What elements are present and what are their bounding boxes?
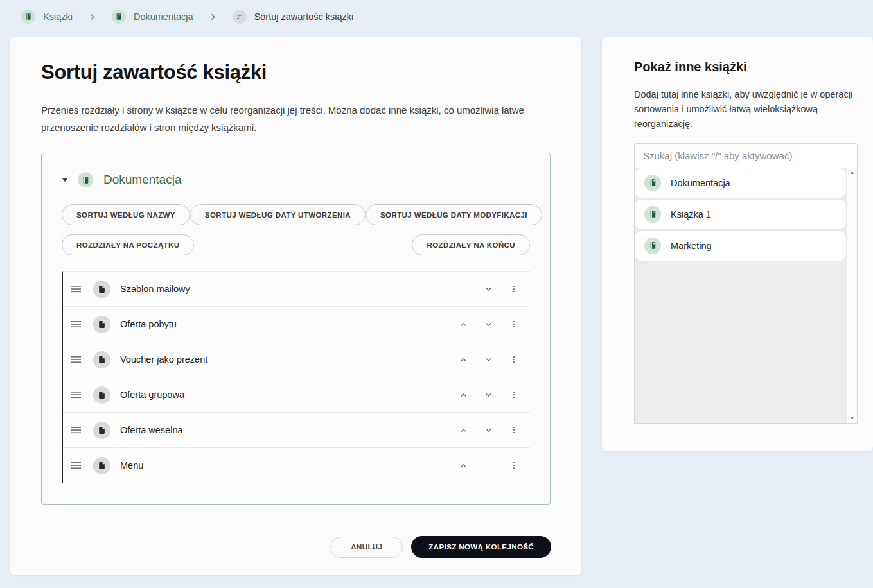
book-list-container: Dokumentacja Książka 1 Marketing ▲ ▼ [634,168,858,424]
drag-handle-icon[interactable] [69,423,82,437]
drag-handle-icon[interactable] [69,458,82,472]
breadcrumb-label: Książki [43,12,73,22]
caret-down-icon [62,177,68,183]
book-icon [78,172,93,187]
side-panel-title: Pokaż inne książki [634,60,858,74]
page-title-label: Oferta weselna [120,425,183,435]
chapters-last-button[interactable]: ROZDZIAŁY NA KOŃCU [412,234,530,255]
move-down-button[interactable] [482,424,495,437]
page-title: Sortuj zawartość książki [41,61,551,84]
sortable-page-row[interactable]: Oferta grupowa [63,377,530,413]
page-title-label: Menu [120,460,143,471]
row-menu-button[interactable] [507,281,521,297]
sort-by-created-button[interactable]: SORTUJ WEDŁUG DATY UTWORZENIA [190,204,366,225]
chapter-actions-row: ROZDZIAŁY NA POCZĄTKU ROZDZIAŁY NA KOŃCU [62,234,530,255]
page-icon [93,422,110,439]
page-title-label: Oferta pobytu [120,319,177,329]
book-list-item[interactable]: Dokumentacja [635,168,846,198]
page-title-label: Oferta grupowa [120,390,184,400]
breadcrumb-item-books[interactable]: Książki [21,10,73,24]
breadcrumb-bar: Książki Dokumentacja Sortuj zawartość ks… [0,0,873,33]
move-down-button[interactable] [482,388,495,402]
sort-by-name-button[interactable]: SORTUJ WEDŁUG NAZWY [62,204,190,225]
form-actions: ANULUJ ZAPISZ NOWĄ KOLEJNOŚĆ [330,536,551,558]
save-order-button[interactable]: ZAPISZ NOWĄ KOLEJNOŚĆ [411,536,551,558]
sort-actions-row: SORTUJ WEDŁUG NAZWY SORTUJ WEDŁUG DATY U… [62,204,530,225]
book-icon [644,206,661,223]
breadcrumb-item-book[interactable]: Dokumentacja [112,10,193,24]
row-menu-button[interactable] [507,352,521,367]
breadcrumb-label: Dokumentacja [134,12,193,22]
book-sort-box: Dokumentacja SORTUJ WEDŁUG NAZWY SORTUJ … [41,153,551,505]
page-sort-list: Szablon mailowy Oferta pobytu [62,271,530,483]
book-name-label: Marketing [671,241,712,251]
cancel-button[interactable]: ANULUJ [330,537,403,558]
move-down-button[interactable] [482,282,495,296]
page-icon [93,281,110,298]
book-list-item[interactable]: Marketing [635,231,846,261]
move-down-button[interactable] [482,353,495,367]
sortable-page-row[interactable]: Oferta pobytu [63,307,530,342]
sort-by-updated-button[interactable]: SORTUJ WEDŁUG DATY MODYFIKACJI [366,204,542,225]
move-up-button[interactable] [457,353,470,367]
book-title: Dokumentacja [103,173,181,187]
chevron-right-icon [88,13,96,21]
drag-handle-icon[interactable] [69,388,82,402]
sort-icon [233,10,247,24]
move-up-button[interactable] [457,459,470,472]
breadcrumb-item-sort[interactable]: Sortuj zawartość książki [233,10,354,24]
book-name-label: Książka 1 [671,209,711,220]
breadcrumb-label: Sortuj zawartość książki [254,12,354,22]
book-search-input[interactable] [634,143,858,168]
scroll-up-icon[interactable]: ▲ [850,170,855,175]
drag-handle-icon[interactable] [69,317,82,331]
side-panel-description: Dodaj tutaj inne książki, aby uwzględnić… [634,87,858,132]
book-expand-header[interactable]: Dokumentacja [62,172,530,187]
sortable-page-row[interactable]: Oferta weselna [63,413,530,448]
book-list-item[interactable]: Książka 1 [635,200,846,229]
book-icon [644,175,661,191]
other-books-panel: Pokaż inne książki Dodaj tutaj inne ksią… [602,37,873,451]
move-down-button[interactable] [482,318,495,331]
book-icon [644,238,661,254]
book-icon [112,10,126,24]
page-description: Przenieś rozdziały i strony w książce w … [41,101,549,136]
scrollbar[interactable]: ▲ ▼ [847,168,857,423]
move-up-button[interactable] [457,388,470,402]
row-menu-button[interactable] [507,316,521,332]
book-icon [21,10,35,24]
page-title-label: Szablon mailowy [120,284,190,294]
chevron-right-icon [209,13,217,21]
page-icon [93,386,110,404]
drag-handle-icon[interactable] [69,282,82,296]
chapters-first-button[interactable]: ROZDZIAŁY NA POCZĄTKU [62,234,194,255]
row-menu-button[interactable] [507,422,521,438]
row-menu-button[interactable] [507,458,521,473]
scroll-down-icon[interactable]: ▼ [850,416,855,421]
sortable-page-row[interactable]: Szablon mailowy [63,272,530,307]
page-icon [93,351,110,368]
sortable-page-row[interactable]: Voucher jako prezent [63,342,530,377]
drag-handle-icon[interactable] [69,352,82,367]
sortable-page-row[interactable]: Menu [63,448,530,483]
page-icon [93,457,110,474]
page-title-label: Voucher jako prezent [120,354,207,365]
move-up-button[interactable] [457,424,470,437]
book-name-label: Dokumentacja [671,178,730,188]
page-icon [93,316,110,333]
row-menu-button[interactable] [507,387,521,402]
sort-book-panel: Sortuj zawartość książki Przenieś rozdzi… [10,37,581,575]
move-up-button[interactable] [457,318,470,331]
